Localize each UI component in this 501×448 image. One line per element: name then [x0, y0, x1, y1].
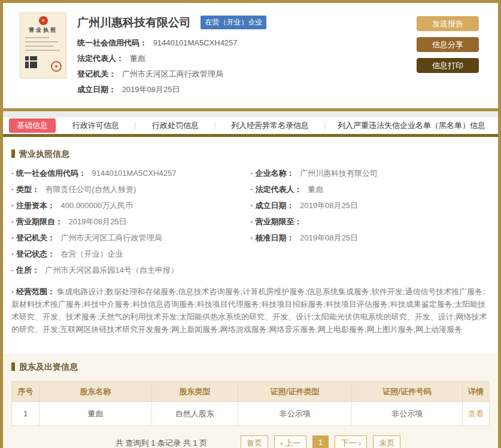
header-field-value: 2019年08月25日 [122, 85, 180, 94]
kv-row: 法定代表人： 董彪 [251, 185, 490, 197]
kv-row: 营业期限自： 2019年08月25日 [11, 217, 251, 230]
kv-label: 登记机关： [16, 233, 55, 242]
header-field: 统一社会信用代码： 91440101MA5CXH4257 [77, 38, 417, 48]
kv-value: 广州市天河区工商行政管理局 [61, 233, 162, 242]
section-title-license-info: 营业执照信息 [11, 149, 490, 160]
header-field-label: 法定代表人： [77, 54, 124, 63]
pagination-next-button[interactable]: 下一 › 页 [335, 435, 367, 448]
table-header-detail: 详情 [462, 382, 489, 402]
tab-admin-penalty[interactable]: 行政处罚信息 [136, 120, 215, 131]
header-field: 成立日期： 2019年08月25日 [77, 84, 417, 95]
license-info-left-column: 统一社会信用代码： 91440101MA5CXH4257 类型： 有限责任公司(… [11, 169, 251, 282]
tab-basic-info[interactable]: 基础信息 [9, 118, 56, 133]
header-actions: 发送报告 信息分享 信息打印 [417, 13, 488, 100]
tab-admin-license[interactable]: 行政许可信息 [56, 120, 135, 131]
pagination-prev-label[interactable]: ‹ 上一 [274, 435, 306, 448]
table-header-name: 股东名称 [40, 382, 151, 402]
cell-shareholder-type: 自然人股东 [151, 402, 238, 426]
table-header-cert-type: 证照/证件类型 [238, 382, 351, 402]
tab-abnormal-list[interactable]: 列入经营异常名录信息 [215, 120, 324, 131]
license-text-line [25, 50, 60, 51]
kv-label: 统一社会信用代码： [16, 169, 86, 178]
kv-row: 核准日期： 2019年08月25日 [251, 233, 490, 246]
kv-value: 在营（开业）企业 [61, 249, 123, 258]
kv-row: 登记机关： 广州市天河区工商行政管理局 [11, 233, 251, 246]
tab-underline-bar [3, 134, 498, 137]
kv-row: 统一社会信用代码： 91440101MA5CXH4257 [11, 169, 251, 181]
header-field-label: 成立日期： [77, 85, 116, 94]
send-report-button[interactable]: 发送报告 [417, 16, 479, 31]
national-emblem-icon: ★ [39, 16, 48, 25]
company-name: 广州川惠科技有限公司 [77, 15, 191, 31]
pagination-prev-button[interactable]: ‹ 上一 页 [274, 435, 306, 448]
kv-value: 有限责任公司(自然人独资) [45, 185, 136, 194]
pagination: 共 查询到 1 条记录 共 1 页 首页 ‹ 上一 页 1 下一 › 页 末页 [11, 435, 490, 448]
header-field: 法定代表人： 董彪 [77, 53, 417, 64]
kv-value: 91440101MA5CXH4257 [92, 169, 177, 178]
kv-row: 营业期限至： [251, 217, 490, 230]
pagination-summary: 共 查询到 1 条记录 共 1 页 [116, 435, 207, 448]
kv-label: 住所： [16, 266, 40, 275]
table-header-seq: 序号 [12, 382, 40, 402]
kv-value: 400.000000万人民币 [61, 201, 133, 210]
business-scope-label: 经营范围： [16, 287, 55, 296]
kv-label: 类型： [16, 185, 40, 194]
header-field-label: 统一社会信用代码： [77, 38, 147, 47]
kv-value: 2019年08月25日 [69, 217, 127, 226]
table-header-type: 股东类型 [151, 382, 238, 402]
pagination-last-button[interactable]: 末页 [373, 435, 400, 448]
pagination-page-current[interactable]: 1 [312, 435, 329, 448]
cell-seq: 1 [12, 402, 40, 426]
business-scope: 经营范围： 集成电路设计;数据处理和存储服务;信息技术咨询服务;计算机房维护服务… [11, 285, 490, 336]
section-title-shareholders: 股东及出资信息 [11, 362, 490, 373]
pagination-first-button[interactable]: 首页 [241, 435, 268, 448]
view-detail-link[interactable]: 查看 [468, 409, 484, 418]
kv-label: 营业期限自： [16, 217, 63, 226]
header-field-value: 广州市天河区工商行政管理局 [122, 69, 223, 78]
pagination-next-label[interactable]: 下一 › [335, 435, 367, 448]
company-header: ★ 营业执照 广州川惠科技有限公司 在营（开业）企业 统一社会信用代码： 914… [3, 3, 498, 111]
license-info-right-column: 企业名称： 广州川惠科技有限公司 法定代表人： 董彪 成立日期： 2019年08… [251, 169, 490, 282]
shareholder-table: 序号 股东名称 股东类型 证照/证件类型 证照/证件号码 详情 1 董彪 自然人… [11, 381, 490, 426]
cell-cert-no: 非公示项 [352, 402, 462, 426]
table-header-cert-no: 证照/证件号码 [352, 382, 462, 402]
kv-label: 法定代表人： [255, 185, 302, 194]
license-title: 营业执照 [20, 26, 66, 34]
tab-blacklist[interactable]: 列入严重违法失信企业名单（黑名单）信息 [325, 120, 498, 131]
cell-shareholder-name: 董彪 [40, 402, 151, 426]
tab-bar: 基础信息 行政许可信息 行政处罚信息 列入经营异常名录信息 列入严重违法失信企业… [3, 117, 498, 134]
shareholder-section: 股东及出资信息 序号 股东名称 股东类型 证照/证件类型 证照/证件号码 详情 … [3, 353, 498, 448]
kv-label: 成立日期： [255, 201, 294, 210]
cell-cert-type: 非公示项 [238, 402, 351, 426]
kv-value: 董彪 [308, 185, 323, 194]
header-body-divider [3, 111, 498, 117]
kv-label: 营业期限至： [255, 217, 302, 226]
kv-row: 企业名称： 广州川惠科技有限公司 [251, 169, 490, 181]
business-scope-value: 集成电路设计;数据处理和存储服务;信息技术咨询服务;计算机房维护服务;信息系统集… [11, 287, 487, 334]
header-field: 登记机关： 广州市天河区工商行政管理局 [77, 69, 417, 80]
license-info-section: 营业执照信息 统一社会信用代码： 91440101MA5CXH4257 类型： … [3, 149, 498, 336]
header-field-value: 91440101MA5CXH4257 [153, 38, 238, 47]
kv-row: 成立日期： 2019年08月25日 [251, 201, 490, 214]
table-header-row: 序号 股东名称 股东类型 证照/证件类型 证照/证件号码 详情 [12, 382, 490, 402]
business-license-thumbnail: ★ 营业执照 [20, 13, 66, 78]
kv-label: 登记状态： [16, 249, 55, 258]
license-text-line [25, 45, 54, 47]
kv-row: 登记状态： 在营（开业）企业 [11, 249, 251, 262]
kv-row: 类型： 有限责任公司(自然人独资) [11, 185, 251, 197]
kv-value: 广州川惠科技有限公司 [300, 169, 378, 178]
license-text-line [25, 37, 49, 38]
kv-row: 住所： 广州市天河区昌乐园14号（自主申报） [11, 266, 251, 278]
kv-value: 2019年08月25日 [300, 201, 358, 210]
header-field-value: 董彪 [130, 54, 145, 63]
qr-code [25, 56, 37, 68]
license-text-line [25, 41, 58, 42]
kv-value: 广州市天河区昌乐园14号（自主申报） [45, 266, 178, 275]
info-print-button[interactable]: 信息打印 [417, 58, 479, 73]
kv-label: 核准日期： [255, 233, 294, 242]
kv-row: 注册资本： 400.000000万人民币 [11, 201, 251, 214]
kv-label: 注册资本： [16, 201, 55, 210]
kv-value: 2019年08月25日 [300, 233, 358, 242]
status-badge: 在营（开业）企业 [201, 16, 266, 29]
info-share-button[interactable]: 信息分享 [417, 37, 479, 52]
